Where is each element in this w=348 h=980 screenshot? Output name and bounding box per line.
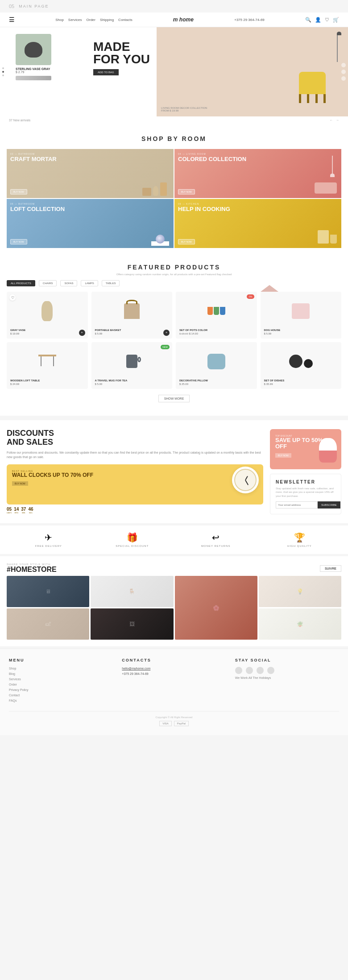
nav-icons: 🔍 👤 ♡ 🛒 — [305, 17, 339, 23]
table-leg-r — [53, 356, 54, 366]
footer-email[interactable]: hello@myhome.com — [122, 667, 226, 670]
tab-tables[interactable]: TABLES — [102, 280, 120, 286]
copyright: Copyright © All Right Reserved — [156, 716, 193, 719]
product-price-2: $ 5.99 — [95, 332, 169, 335]
social-twitter[interactable] — [235, 667, 242, 674]
footer-link-order[interactable]: Order — [9, 683, 113, 686]
features-section: ✈ FREE DELIVERY 🎁 SPECIAL DISCOUNT ↩ MON… — [0, 525, 348, 554]
nav-services[interactable]: Services — [68, 18, 82, 22]
pot-3 — [220, 307, 225, 315]
slider-nav: ← → — [330, 119, 339, 122]
insta-photo-3[interactable]: 🌸 — [175, 576, 257, 640]
footer-link-privacy[interactable]: Privacy Policy — [9, 688, 113, 691]
room-loft-btn[interactable]: BUY NOW — [10, 239, 27, 244]
product-name-2: PORTABLE BASKET — [95, 329, 169, 331]
social-vk[interactable] — [257, 667, 264, 674]
chair-leg-3 — [315, 94, 318, 103]
payment-methods: VISA PayPal — [9, 721, 339, 726]
room-kitchen-title: HELP IN COOKING — [178, 206, 230, 212]
footer-link-contact[interactable]: Contact — [9, 694, 113, 697]
insta-photo-2[interactable]: 🪑 — [91, 576, 173, 607]
payment-visa: VISA — [159, 721, 172, 726]
basket-handle — [126, 300, 137, 304]
room-craft-btn[interactable]: BUY NOW — [10, 189, 27, 194]
show-more-button[interactable]: SHOW MORE — [158, 395, 190, 402]
social-instagram[interactable] — [246, 667, 253, 674]
insta-photo-7[interactable]: 🪴 — [259, 608, 341, 640]
wall-clocks-btn[interactable]: BUY NOW — [12, 481, 28, 486]
wishlist-button-1[interactable]: ♡ — [9, 294, 16, 301]
nav-shop[interactable]: Shop — [55, 18, 64, 22]
dot-1[interactable] — [2, 67, 4, 69]
insta-photo-4[interactable]: 💡 — [259, 576, 341, 607]
room-card-kitchen[interactable]: 06 — Kitchen HELP IN COOKING BUY NOW — [174, 199, 341, 248]
discounts-title-line1: DISCOUNTS — [7, 429, 54, 438]
footer-phone[interactable]: +375 29 364-74-69 — [122, 672, 226, 675]
insta-grid: 🖥 🪑 🌸 💡 🛋 🖼 🪴 — [7, 576, 341, 640]
search-icon[interactable]: 🔍 — [305, 17, 311, 23]
product-pillow: DECORATIVE PILLOW $ 25.00 — [176, 342, 257, 389]
cart-icon[interactable]: 🛒 — [333, 17, 339, 23]
product-price-4: $ 5.99 — [264, 332, 338, 335]
hero-chair — [299, 72, 326, 103]
newsletter-submit-button[interactable]: SUBSCRIBE — [318, 501, 340, 509]
next-button[interactable]: → — [336, 119, 339, 122]
tab-chairs[interactable]: CHAIRS — [39, 280, 57, 286]
products-grid: ♡ GRAY VASE $ 19.99 + PORTABLE BASKET $ … — [7, 292, 341, 389]
hero-lamp — [337, 32, 341, 62]
product-mug: NEW A TRAVEL MUG FOR TEA $ 5.00 — [91, 342, 173, 389]
social-ig[interactable] — [341, 76, 346, 81]
insta-photo-5[interactable]: 🛋 — [7, 608, 89, 640]
hamburger-icon[interactable]: ☰ — [9, 16, 15, 23]
footer-contacts-title: CONTACTS — [122, 658, 226, 662]
hero-cta-button[interactable]: ADD TO BAG — [93, 69, 119, 75]
discounts-section: DISCOUNTS AND SALES Follow our promotion… — [0, 420, 348, 523]
chair-leg-1 — [299, 94, 301, 103]
featured-desc: Offers category using random number orig… — [7, 273, 341, 276]
footer-link-faqs[interactable]: FAQs — [9, 699, 113, 702]
tab-lamps[interactable]: LAMPS — [81, 280, 98, 286]
add-to-cart-2[interactable]: + — [163, 330, 170, 336]
footer-link-blog[interactable]: Blog — [9, 672, 113, 675]
color-selector[interactable] — [16, 76, 51, 80]
follow-button[interactable]: SUIVRE — [320, 565, 341, 572]
navigation: ☰ Shop Services Order Shipping Contacts … — [0, 12, 348, 27]
room-card-loft[interactable]: 05 — Bathroom LOFT COLLECTION BUY NOW — [7, 199, 174, 248]
tab-all-products[interactable]: ALL PRODUCTS — [7, 280, 35, 286]
homestore-heading: Share Your Style With #HOMESTORE — [7, 563, 57, 574]
prev-button[interactable]: ← — [330, 119, 333, 122]
discounts-text: Follow our promotions and discounts. We … — [7, 451, 263, 460]
craft-basket — [142, 188, 151, 196]
footer-link-shop[interactable]: Shop — [9, 667, 113, 670]
clock-hands — [239, 473, 252, 487]
colored-sofa — [315, 182, 337, 194]
dot-2[interactable] — [2, 71, 4, 73]
room-card-colored[interactable]: 04 — Living Room COLORED COLLECTION BUY … — [174, 149, 341, 198]
save-btn[interactable]: BUY NOW — [275, 453, 291, 458]
nav-shipping[interactable]: Shipping — [100, 18, 114, 22]
quality-icon: 🏆 — [260, 532, 340, 543]
product-image-8 — [264, 346, 338, 377]
insta-photo-6[interactable]: 🖼 — [91, 608, 173, 640]
room-kitchen-btn[interactable]: BUY NOW — [178, 239, 195, 244]
newsletter-email-input[interactable] — [276, 501, 318, 509]
dot-3[interactable] — [2, 74, 4, 76]
product-price-1: $ 19.99 — [10, 332, 84, 335]
user-icon[interactable]: 👤 — [315, 17, 321, 23]
tab-sofas[interactable]: SOFAS — [60, 280, 77, 286]
room-colored-btn[interactable]: BUY NOW — [178, 189, 195, 194]
product-name-7: DECORATIVE PILLOW — [179, 379, 253, 382]
add-to-cart-1[interactable]: + — [79, 330, 85, 336]
product-name-6: A TRAVEL MUG FOR TEA — [95, 379, 169, 382]
social-tw[interactable] — [341, 70, 346, 74]
payment-paypal: PayPal — [174, 721, 189, 726]
social-facebook[interactable] — [267, 667, 274, 674]
room-card-craft[interactable]: 03 — Bathroom CRAFT MORTAR BUY NOW — [7, 149, 174, 198]
craft-vase — [153, 186, 158, 196]
social-fb[interactable] — [341, 63, 346, 67]
footer-link-services[interactable]: Services — [9, 678, 113, 681]
wishlist-icon[interactable]: ♡ — [325, 17, 329, 23]
nav-order[interactable]: Order — [87, 18, 95, 22]
insta-photo-1[interactable]: 🖥 — [7, 576, 89, 607]
nav-contacts[interactable]: Contacts — [118, 18, 133, 22]
